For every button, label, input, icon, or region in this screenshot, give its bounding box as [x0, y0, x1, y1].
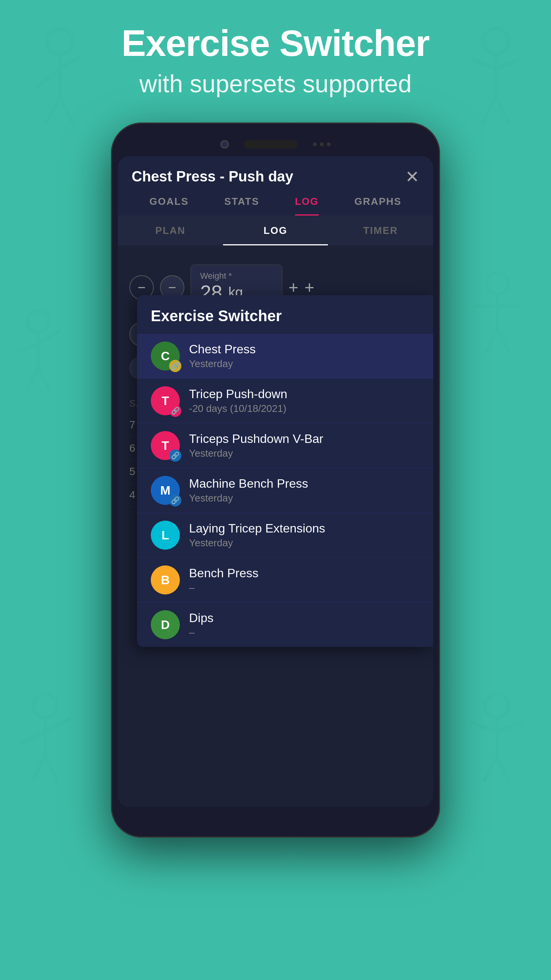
- svg-point-30: [485, 694, 509, 718]
- svg-line-22: [486, 329, 497, 352]
- switcher-date: Yesterday: [189, 448, 419, 459]
- svg-line-11: [496, 96, 510, 124]
- sec-tab-plan[interactable]: PLAN: [118, 216, 223, 245]
- link-badge-machine-bench: 🔗: [169, 494, 181, 506]
- switcher-name: Laying Tricep Extensions: [189, 521, 419, 536]
- switcher-item-chest-press[interactable]: C 🔗 Chest Press Yesterday: [137, 334, 433, 379]
- switcher-title: Exercise Switcher: [137, 295, 433, 334]
- svg-line-32: [471, 723, 497, 731]
- close-button[interactable]: ✕: [405, 167, 419, 186]
- svg-line-16: [27, 368, 38, 390]
- switcher-date: –: [189, 582, 419, 594]
- plus-button-2[interactable]: +: [305, 278, 315, 297]
- avatar-letter: C: [161, 349, 170, 363]
- sec-tab-timer[interactable]: TIMER: [328, 216, 433, 245]
- switcher-item-machine-bench[interactable]: M 🔗 Machine Bench Press Yesterday: [137, 468, 433, 513]
- plus-button-1[interactable]: +: [289, 278, 298, 297]
- avatar-letter: M: [160, 483, 171, 498]
- switcher-text-bench-press: Bench Press –: [189, 566, 419, 594]
- link-badge-tricep-pushdown: 🔗: [169, 405, 181, 417]
- avatar-letter: B: [161, 573, 170, 587]
- svg-point-24: [33, 694, 57, 718]
- avatar-letter: T: [161, 439, 169, 453]
- switcher-text-machine-bench: Machine Bench Press Yesterday: [189, 477, 419, 504]
- app-content: − − Weight * 28 kg + + −: [118, 245, 433, 507]
- svg-line-35: [497, 756, 509, 782]
- avatar-letter: L: [161, 528, 169, 542]
- svg-line-10: [482, 96, 496, 124]
- svg-line-26: [20, 731, 45, 744]
- svg-line-28: [33, 756, 45, 782]
- app-title: Chest Press - Push day: [132, 168, 293, 185]
- svg-line-17: [38, 368, 50, 390]
- phone-mockup: Chest Press - Push day ✕ GOALS STATS LOG…: [111, 122, 440, 838]
- switcher-text-laying-tricep: Laying Tricep Extensions Yesterday: [189, 521, 419, 549]
- switcher-text-tricep-pushdown: Tricep Push-down -20 days (10/18/2021): [189, 387, 419, 415]
- switcher-item-tricep-pushdown[interactable]: T 🔗 Tricep Push-down -20 days (10/18/202…: [137, 379, 433, 423]
- app-topbar: Chest Press - Push day ✕ GOALS STATS LOG…: [118, 156, 433, 216]
- svg-line-23: [497, 329, 509, 352]
- phone-dots: [313, 142, 331, 146]
- svg-line-14: [15, 345, 38, 352]
- avatar-letter: T: [161, 394, 169, 408]
- tab-log[interactable]: LOG: [295, 196, 319, 216]
- phone-bottom: [118, 807, 433, 826]
- app-tabs: GOALS STATS LOG GRAPHS: [132, 196, 419, 216]
- svg-line-27: [45, 719, 70, 731]
- switcher-text-triceps-vbar: Triceps Pushdown V-Bar Yesterday: [189, 432, 419, 459]
- weight-label: Weight *: [200, 271, 273, 281]
- tab-goals[interactable]: GOALS: [150, 196, 189, 216]
- switcher-item-laying-tricep[interactable]: L Laying Tricep Extensions Yesterday: [137, 513, 433, 558]
- switcher-date: Yesterday: [189, 492, 419, 504]
- svg-point-18: [487, 273, 508, 294]
- svg-line-15: [38, 329, 61, 345]
- avatar-laying-tricep: L: [151, 521, 180, 550]
- avatar-letter: D: [161, 618, 170, 632]
- avatar-chest-press: C 🔗: [151, 341, 180, 371]
- switcher-name: Bench Press: [189, 566, 419, 580]
- switcher-name: Dips: [189, 611, 419, 625]
- switcher-name: Tricep Push-down: [189, 387, 419, 401]
- avatar-dips: D: [151, 610, 180, 639]
- tab-stats[interactable]: STATS: [224, 196, 259, 216]
- phone-speaker: [244, 140, 298, 149]
- svg-line-4: [46, 96, 60, 124]
- svg-line-34: [484, 756, 497, 782]
- switcher-text-chest-press: Chest Press Yesterday: [189, 342, 419, 370]
- link-badge-triceps-vbar: 🔗: [169, 449, 181, 462]
- phone-top-bar: [118, 134, 433, 156]
- switcher-date: Yesterday: [189, 537, 419, 549]
- switcher-name: Chest Press: [189, 342, 419, 356]
- switcher-item-bench-press[interactable]: B Bench Press –: [137, 558, 433, 603]
- svg-line-5: [60, 96, 73, 124]
- switcher-name: Triceps Pushdown V-Bar: [189, 432, 419, 446]
- switcher-text-dips: Dips –: [189, 611, 419, 639]
- switcher-item-dips[interactable]: D Dips –: [137, 603, 433, 647]
- sub-title: with supersets supported: [0, 70, 551, 98]
- avatar-bench-press: B: [151, 565, 180, 595]
- secondary-tabs: PLAN LOG TIMER: [118, 216, 433, 245]
- avatar-triceps-vbar: T 🔗: [151, 431, 180, 460]
- svg-line-33: [497, 723, 522, 731]
- switcher-date: -20 days (10/18/2021): [189, 403, 419, 415]
- svg-point-12: [28, 311, 49, 332]
- switcher-date: Yesterday: [189, 358, 419, 370]
- tab-graphs[interactable]: GRAPHS: [354, 196, 401, 216]
- header-area: Exercise Switcher with supersets support…: [0, 0, 551, 98]
- switcher-date: –: [189, 627, 419, 639]
- sec-tab-log[interactable]: LOG: [223, 216, 328, 245]
- main-title: Exercise Switcher: [0, 23, 551, 64]
- switcher-name: Machine Bench Press: [189, 477, 419, 491]
- exercise-switcher-overlay: Exercise Switcher C 🔗 Chest Press Yester…: [137, 295, 433, 647]
- avatar-tricep-pushdown: T 🔗: [151, 386, 180, 415]
- avatar-machine-bench: M 🔗: [151, 476, 180, 505]
- svg-line-29: [45, 756, 58, 782]
- phone-camera: [220, 140, 229, 149]
- switcher-item-triceps-vbar[interactable]: T 🔗 Triceps Pushdown V-Bar Yesterday: [137, 423, 433, 468]
- phone-screen: Chest Press - Push day ✕ GOALS STATS LOG…: [118, 156, 433, 807]
- link-badge-chest-press: 🔗: [169, 360, 181, 372]
